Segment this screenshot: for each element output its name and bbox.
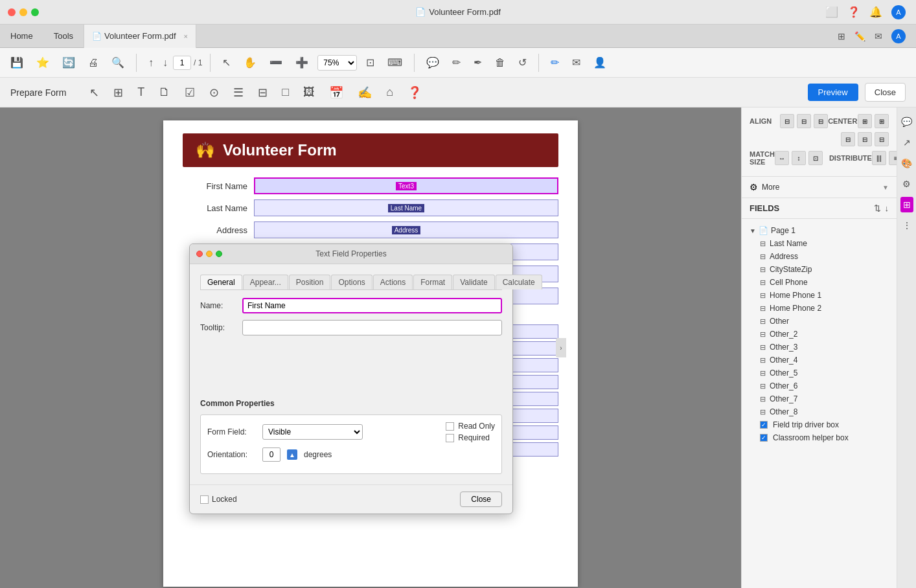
field-item-city-state-zip[interactable]: ⊟ CityStateZip	[747, 263, 891, 276]
delete-icon[interactable]: 🗑	[491, 54, 509, 71]
field-prepare-icon[interactable]: ⊞	[109, 83, 127, 102]
tool-color-icon[interactable]: 🎨	[899, 155, 915, 171]
tool-settings-icon[interactable]: ⋮	[900, 218, 914, 233]
first-name-field[interactable]: Text3	[254, 177, 558, 194]
zoom-out-icon[interactable]: ➖	[266, 54, 286, 71]
rotate-icon[interactable]: 🔄	[58, 54, 79, 71]
align-bottom-icon[interactable]: ⊟	[875, 132, 889, 146]
field-item-other2[interactable]: ⊟ Other_2	[747, 328, 891, 341]
name-input[interactable]	[242, 298, 502, 313]
notification-icon[interactable]: 🔔	[869, 6, 882, 18]
last-name-field[interactable]: Last Name	[254, 199, 558, 216]
help-icon[interactable]: ❓	[847, 6, 860, 18]
zoom-select[interactable]: 75% 100% 125% 150%	[317, 55, 357, 71]
field-item-classroom[interactable]: ✓ Classroom helper box	[747, 431, 891, 444]
edit-icon[interactable]: ✏	[547, 54, 563, 71]
pen-icon[interactable]: ✏	[448, 54, 464, 71]
person-icon[interactable]: 👤	[590, 54, 610, 71]
form-text-icon[interactable]: 🗋	[155, 83, 174, 102]
crop-icon[interactable]: ⊡	[362, 54, 378, 71]
field-item-other5[interactable]: ⊟ Other_5	[747, 367, 891, 379]
field-item-last-name[interactable]: ⊟ Last Name	[747, 237, 891, 250]
field-item-other8[interactable]: ⊟ Other_8	[747, 405, 891, 418]
cursor-icon[interactable]: ↖	[218, 54, 235, 71]
address-field[interactable]: Address	[254, 221, 558, 238]
dialog-close-dot[interactable]	[196, 251, 203, 257]
text-prepare-icon[interactable]: T	[133, 83, 148, 102]
cursor-prepare-icon[interactable]: ↖	[86, 83, 103, 102]
orientation-up-btn[interactable]: ▲	[287, 449, 297, 460]
tab-close-button[interactable]: ×	[184, 32, 188, 40]
match-height-icon[interactable]: ↕	[792, 151, 806, 165]
more-row[interactable]: ⚙ More ▼	[742, 177, 897, 198]
dialog-tab-general[interactable]: General	[200, 275, 242, 289]
align-top-icon[interactable]: ⊟	[841, 132, 855, 146]
code-prepare-icon[interactable]: ⌂	[382, 83, 397, 102]
dialog-tab-options[interactable]: Options	[331, 275, 372, 289]
align-left-icon[interactable]: ⊟	[780, 114, 794, 128]
radio-prepare-icon[interactable]: ⊙	[205, 83, 223, 102]
align-center-h-icon[interactable]: ⊟	[797, 114, 811, 128]
scan-icon[interactable]: ✉	[568, 54, 584, 71]
markup-icon[interactable]: ✒	[470, 54, 486, 71]
dialog-tab-actions[interactable]: Actions	[373, 275, 413, 289]
maximize-button[interactable]	[31, 8, 39, 16]
sign-prepare-icon[interactable]: ✍	[354, 83, 376, 102]
keyboard-icon[interactable]: ⌨	[384, 54, 406, 71]
read-only-checkbox[interactable]	[446, 422, 454, 431]
account-tab-icon[interactable]: A	[891, 29, 906, 43]
preview-button[interactable]: Preview	[808, 84, 858, 101]
filter-icon[interactable]: ↓	[885, 203, 889, 213]
center-h-icon[interactable]: ⊞	[858, 114, 872, 128]
account-icon[interactable]: A	[891, 5, 906, 19]
locked-checkbox[interactable]	[200, 495, 209, 504]
tab-home[interactable]: Home	[0, 25, 43, 48]
form-field-select[interactable]: Visible Hidden Visible but not printable	[262, 424, 363, 440]
align-right-icon[interactable]: ⊟	[814, 114, 828, 128]
dialog-tab-appear[interactable]: Appear...	[243, 275, 288, 289]
page1-header[interactable]: ▼ 📄 Page 1	[747, 224, 891, 237]
field-item-address[interactable]: ⊟ Address	[747, 250, 891, 263]
field-item-other3[interactable]: ⊟ Other_3	[747, 341, 891, 354]
close-form-button[interactable]: Close	[865, 83, 906, 102]
dialog-minimize-dot[interactable]	[206, 251, 212, 257]
tab-pdf[interactable]: 📄 Volunteer Form.pdf ×	[84, 25, 196, 48]
dialog-tab-position[interactable]: Position	[289, 275, 331, 289]
hand-icon[interactable]: ✋	[240, 54, 260, 71]
field-item-other7[interactable]: ⊟ Other_7	[747, 392, 891, 405]
search-icon[interactable]: 🔍	[108, 54, 128, 71]
add-tab-icon[interactable]: ⊞	[838, 31, 845, 41]
match-width-icon[interactable]: ↔	[775, 151, 789, 165]
cast-icon[interactable]: ⬜	[825, 6, 838, 18]
prev-page-icon[interactable]: ↑	[144, 54, 157, 71]
sign-icon[interactable]: ✏️	[854, 31, 865, 41]
bookmark-icon[interactable]: ⭐	[32, 54, 53, 71]
zoom-in-icon[interactable]: ➕	[292, 54, 312, 71]
combo-prepare-icon[interactable]: ⊟	[254, 83, 271, 102]
field-item-cell-phone[interactable]: ⊟ Cell Phone	[747, 276, 891, 289]
print-icon[interactable]: 🖨	[84, 54, 102, 71]
dialog-tab-calculate[interactable]: Calculate	[496, 275, 542, 289]
center-v-icon[interactable]: ⊞	[875, 114, 889, 128]
align-middle-icon[interactable]: ⊟	[858, 132, 872, 146]
field-item-home-phone-2[interactable]: ⊟ Home Phone 2	[747, 302, 891, 315]
dialog-tab-format[interactable]: Format	[413, 275, 452, 289]
tab-tools[interactable]: Tools	[43, 25, 84, 48]
required-checkbox[interactable]	[446, 434, 454, 442]
tool-comment-icon[interactable]: 💬	[899, 114, 915, 130]
comment-icon[interactable]: 💬	[422, 54, 443, 71]
list-prepare-icon[interactable]: ☰	[229, 83, 247, 102]
minimize-button[interactable]	[19, 8, 27, 16]
panel-toggle[interactable]: ›	[556, 338, 566, 357]
button-prepare-icon[interactable]: □	[278, 83, 293, 102]
orientation-input[interactable]	[262, 447, 281, 462]
dialog-maximize-dot[interactable]	[216, 251, 222, 257]
undo-icon[interactable]: ↺	[514, 54, 531, 71]
tool-share-icon[interactable]: ↗	[900, 135, 913, 150]
tool-properties-icon[interactable]: ⚙	[900, 176, 913, 192]
save-icon[interactable]: 💾	[6, 54, 27, 71]
help-prepare-icon[interactable]: ❓	[404, 83, 426, 102]
page-input[interactable]	[173, 56, 191, 70]
next-page-icon[interactable]: ↓	[159, 54, 172, 71]
match-both-icon[interactable]: ⊡	[808, 151, 823, 165]
